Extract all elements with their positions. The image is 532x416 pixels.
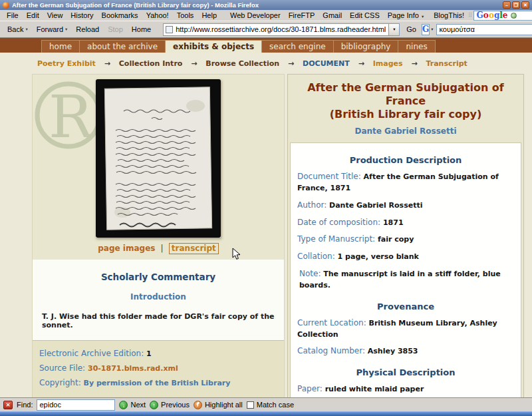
commentary-text: T. J. Wise had this folder made for DGR'… [33, 310, 284, 329]
highlighter-icon [194, 401, 202, 409]
find-bar: ✕ Find: ↓ Next ↑ Previous Highlight all … [0, 397, 532, 411]
page-content: Poetry Exhibit → Collection Intro → Brow… [0, 53, 532, 397]
go-button[interactable]: Go [402, 25, 421, 33]
google-letter: g [494, 11, 499, 20]
menu-page-info[interactable]: Page Info ▾ [384, 11, 430, 19]
menu-yahoo[interactable]: Yahoo! [142, 11, 173, 19]
home-button[interactable]: Home [128, 23, 155, 35]
findbar-close-button[interactable]: ✕ [3, 401, 13, 409]
url-dropdown-button[interactable]: ▾ [388, 24, 399, 35]
menu-tools[interactable]: Tools [173, 11, 198, 19]
arrow-icon: → [288, 59, 294, 68]
archive-edition-row: Electronic Archive Edition: 1 [39, 349, 277, 358]
find-input[interactable] [37, 399, 115, 411]
arrow-icon: → [104, 59, 110, 68]
tab-exhibits-and-objects[interactable]: exhibits & objects [165, 40, 261, 53]
find-label: Find: [17, 401, 33, 409]
page-title: After the German Subjugation of France (… [293, 81, 519, 121]
document-description-box: Production Description Document Title: A… [290, 142, 521, 397]
breadcrumb: Poetry Exhibit → Collection Intro → Brow… [0, 53, 532, 74]
page-icon [166, 26, 173, 33]
restore-button[interactable]: ❐ [512, 1, 520, 9]
google-toolbar-widget: ⠿ G o o g l e ▾ [468, 11, 532, 21]
back-button[interactable]: Back ▾ [3, 23, 32, 35]
section-heading-provenance: Provenance [297, 302, 514, 312]
window-title: After the German Subjugation of France (… [12, 1, 259, 9]
match-case-checkbox[interactable] [247, 401, 254, 409]
chevron-down-icon: ▾ [25, 27, 27, 32]
field-collation: Collation: 1 page, verso blank [297, 251, 514, 262]
google-search-input[interactable] [436, 24, 532, 35]
tab-bibliography[interactable]: bibliography [333, 40, 398, 53]
page-images-link[interactable]: page images [98, 244, 155, 253]
mouse-cursor [232, 248, 241, 260]
reload-button[interactable]: Reload [72, 23, 103, 35]
source-file-link[interactable]: 30-1871.blms.rad.xml [88, 364, 178, 373]
grip-icon[interactable]: ⠿ [468, 12, 472, 19]
menu-bar: File Edit View History Bookmarks Yahoo! … [0, 10, 532, 21]
forward-button[interactable]: Forward ▾ [33, 23, 72, 35]
breadcrumb-collection-intro[interactable]: Collection Intro [119, 59, 183, 68]
close-button[interactable]: ✕ [521, 1, 529, 9]
minimize-button[interactable]: – [503, 1, 511, 9]
window-titlebar: After the German Subjugation of France (… [0, 0, 532, 10]
menu-bookmarks[interactable]: Bookmarks [98, 11, 142, 19]
menu-blogthis[interactable]: BlogThis! [430, 11, 468, 19]
google-logo-searchbox[interactable]: G o o g l e [473, 11, 532, 21]
menu-edit[interactable]: Edit [23, 11, 43, 19]
menu-history[interactable]: History [66, 11, 97, 19]
field-note: Note: The manuscript is laid in a stiff … [297, 268, 514, 291]
tab-about-the-archive[interactable]: about the archive [79, 40, 165, 53]
menu-help[interactable]: Help [198, 11, 221, 19]
menu-edit-css[interactable]: Edit CSS [346, 11, 384, 19]
document-header: After the German Subjugation of France (… [290, 77, 521, 142]
transcript-link[interactable]: transcript [169, 243, 219, 254]
document-author: Dante Gabriel Rossetti [293, 126, 519, 136]
google-g-icon[interactable]: G [422, 24, 430, 35]
arrow-icon: → [411, 59, 417, 68]
breadcrumb-transcript[interactable]: Transcript [426, 59, 467, 68]
url-text[interactable]: http://www.rossettiarchive.org/docs/30-1… [176, 25, 386, 33]
menu-file[interactable]: File [3, 11, 23, 19]
field-catalog-number: Catalog Number: Ashley 3853 [297, 345, 514, 357]
manuscript-image-area: R [33, 75, 284, 238]
svg-text:R: R [49, 83, 94, 151]
breadcrumb-document: DOCUMENT [303, 59, 350, 68]
site-navigation: home about the archive exhibits & object… [0, 38, 532, 53]
find-next-button[interactable]: ↓ Next [119, 401, 146, 409]
firefox-icon [3, 2, 9, 9]
source-file-row: Source File: 30-1871.blms.rad.xml [39, 363, 277, 373]
breadcrumb-images[interactable]: Images [373, 59, 403, 68]
arrow-icon: → [191, 59, 197, 68]
breadcrumb-browse-collection[interactable]: Browse Collection [205, 59, 279, 68]
copyright-row: Copyright: By permission of the British … [39, 378, 277, 387]
image-links-row: page images | transcript [33, 238, 284, 260]
stop-button: Stop [104, 23, 127, 35]
field-current-location: Current Location: British Museum Library… [297, 317, 514, 340]
google-letter: o [489, 11, 494, 20]
menu-view[interactable]: View [43, 11, 67, 19]
commentary-heading: Scholarly Commentary [33, 272, 284, 282]
google-letter: e [503, 11, 508, 20]
menu-fireftp[interactable]: FireFTP [285, 11, 319, 19]
find-previous-button[interactable]: ↑ Previous [150, 401, 190, 409]
highlight-all-button[interactable]: Highlight all [194, 401, 243, 409]
chevron-down-icon: ▾ [421, 14, 426, 19]
menu-web-developer[interactable]: Web Developer [226, 11, 285, 19]
tab-home[interactable]: home [41, 40, 79, 53]
tab-nines[interactable]: nines [398, 40, 435, 53]
chevron-down-icon[interactable]: ▾ [430, 27, 435, 32]
google-letter: o [483, 11, 489, 20]
breadcrumb-poetry-exhibit[interactable]: Poetry Exhibit [37, 59, 96, 68]
manuscript-page-image[interactable] [96, 79, 221, 238]
field-document-title: Document Title: After the German Subjuga… [297, 171, 514, 194]
menu-gmail[interactable]: Gmail [319, 11, 346, 19]
tab-search-engine[interactable]: search engine [261, 40, 333, 53]
scholarly-commentary-section: Scholarly Commentary Introduction T. J. … [33, 260, 284, 340]
match-case-option[interactable]: Match case [247, 401, 294, 409]
field-paper: Paper: ruled white mlaid paper [297, 383, 514, 395]
section-heading-production: Production Description [297, 155, 514, 165]
arrow-down-icon: ↓ [119, 401, 128, 409]
arrow-icon: → [358, 59, 364, 68]
url-bar[interactable]: http://www.rossettiarchive.org/docs/30-1… [163, 23, 400, 36]
